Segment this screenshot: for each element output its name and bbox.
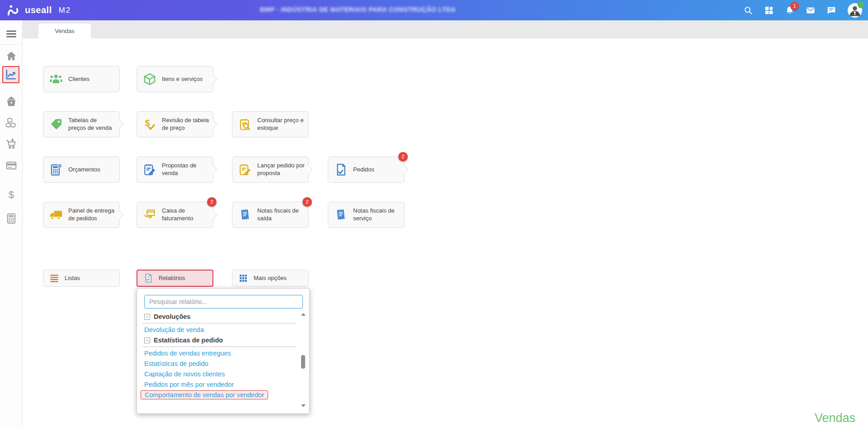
chevron-right-icon: [209, 75, 217, 83]
sidebar-item-menu[interactable]: [5, 28, 17, 40]
report-link-pedidos-de-vendas-entregues[interactable]: Pedidos de vendas entregues: [144, 348, 296, 358]
tab-vendas[interactable]: Vendas: [38, 24, 91, 38]
notification-badge: 1: [790, 2, 799, 10]
module-watermark: Vendas: [815, 411, 855, 425]
count-badge: 2: [207, 197, 217, 207]
count-badge: 2: [398, 152, 408, 161]
tile-notas-fiscais-de-servico[interactable]: Notas fiscais de serviço: [328, 202, 405, 228]
scroll-down-icon[interactable]: [301, 404, 306, 407]
sidebar-item-finance-dollar[interactable]: $: [5, 189, 17, 201]
calculator-blue-icon: %: [49, 163, 63, 176]
sidebar-item-products-cubes[interactable]: [5, 117, 17, 128]
tile-itens-e-servicos[interactable]: Itens e serviços: [137, 66, 213, 92]
report-search-input[interactable]: [144, 295, 303, 308]
avatar: [847, 12, 863, 19]
search-button[interactable]: [743, 5, 753, 15]
tile-label: Consultar preço e estoque: [257, 117, 305, 132]
chevron-right-icon: [209, 120, 217, 128]
collapse-minus-icon[interactable]: −: [144, 337, 150, 343]
tag-green-icon: [49, 118, 63, 131]
report-group-devolucoes[interactable]: −Devoluções: [144, 311, 296, 322]
sales-chart-icon: [5, 69, 17, 81]
tile-label: Mais opções: [254, 275, 287, 282]
sidebar-item-home[interactable]: [5, 50, 17, 62]
search-icon: [743, 5, 753, 15]
tile-tabelas-de-precos-de-venda[interactable]: Tabelas de preços de venda: [43, 111, 120, 138]
report-group-estatisticas-de-pedido[interactable]: −Estatísticas de pedido: [144, 335, 296, 346]
report-link-comportamento-de-vendas-por-vendedor[interactable]: Comportamento de vendas por vendedor: [144, 389, 296, 400]
sidebar-item-fiscal-calculator[interactable]: [5, 213, 17, 224]
group-divider: [142, 346, 296, 347]
sidebar-item-cart[interactable]: [5, 138, 17, 150]
group-label: Estatísticas de pedido: [154, 337, 223, 344]
report-link-captacao-de-novos-clientes[interactable]: Captação de novos clientes: [144, 369, 296, 379]
relatorios-dropdown: −DevoluçõesDevolução de venda−Estatístic…: [137, 288, 310, 414]
brand-logo[interactable]: useall M2: [7, 5, 71, 16]
company-title: BMP - INDÚSTRIA DE MATERIAIS PARA CONSTR…: [260, 6, 456, 13]
sidebar-item-basket[interactable]: [5, 95, 17, 107]
bell-button[interactable]: 1: [785, 5, 795, 15]
chevron-right-icon: [209, 166, 217, 174]
tile-label: Clientes: [68, 76, 90, 83]
tile-clientes[interactable]: Clientes: [43, 66, 120, 92]
report-link-estatisticas-de-pedido[interactable]: Estatísticas de pedido: [144, 358, 296, 369]
sidebar-item-billing-card[interactable]: [5, 160, 17, 171]
tile-label: Listas: [65, 275, 80, 282]
tile-label: Painel de entrega de pedidos: [68, 207, 116, 223]
truck-yellow-icon: [49, 208, 63, 222]
receipt-blue-icon: [334, 208, 348, 222]
tile-consultar-preco-e-estoque[interactable]: Consultar preço e estoque: [232, 111, 309, 138]
doc-check-blue-icon: [334, 163, 348, 176]
tile-lancar-pedido-por-proposta[interactable]: Lançar pedido por proposta: [232, 157, 309, 183]
apps-button[interactable]: [764, 5, 774, 15]
report-link-devolucao-de-venda[interactable]: Devolução de venda: [144, 324, 296, 335]
app-header: useall M2 BMP - INDÚSTRIA DE MATERIAIS P…: [0, 0, 868, 20]
sidebar-divider: [0, 44, 22, 45]
receipt-blue-icon: [238, 208, 252, 222]
tile-listas[interactable]: Listas: [43, 270, 120, 287]
mail-icon: [806, 5, 816, 15]
cube-green-icon: [143, 72, 156, 86]
report-link-pedidos-por-mes-por-vendedor[interactable]: Pedidos por mês por vendedor: [144, 379, 296, 389]
count-badge: 2: [302, 197, 312, 207]
report-slate-icon: [143, 273, 153, 283]
group-label: Devoluções: [154, 313, 190, 320]
tile-label: Orçamentos: [68, 166, 100, 174]
tile-relatorios[interactable]: Relatórios: [137, 270, 213, 287]
dropdown-scrollbar[interactable]: [300, 312, 307, 408]
collapse-minus-icon[interactable]: −: [144, 314, 150, 320]
tile-propostas-de-venda[interactable]: Propostas de venda: [137, 157, 213, 183]
online-status-dot: [858, 1, 864, 8]
tile-pedidos[interactable]: Pedidos2: [328, 157, 405, 183]
lists-orange-icon: [49, 273, 59, 283]
tile-notas-fiscais-de-saida[interactable]: Notas fiscais de saída2: [232, 202, 309, 228]
app-window: useall M2 BMP - INDÚSTRIA DE MATERIAIS P…: [0, 0, 868, 427]
tile-orcamentos[interactable]: %Orçamentos: [43, 157, 120, 183]
scroll-up-icon[interactable]: [301, 313, 306, 316]
tile-caixa-de-faturamento[interactable]: Caixa de faturamento2: [137, 202, 213, 228]
tile-mais-opcoes[interactable]: Mais opções: [232, 270, 309, 287]
scrollbar-thumb[interactable]: [301, 355, 305, 369]
tile-painel-de-entrega-de-pedidos[interactable]: Painel de entrega de pedidos: [43, 202, 120, 228]
mail-button[interactable]: [806, 5, 816, 15]
report-list: −DevoluçõesDevolução de venda−Estatístic…: [144, 311, 296, 400]
sidebar-item-sales-chart-active[interactable]: [2, 66, 19, 83]
main-content: Mais opçõesRelatóriosListasNotas fiscais…: [23, 38, 868, 427]
svg-text:%: %: [58, 164, 61, 167]
module-sidebar: $: [0, 20, 23, 427]
svg-text:$: $: [8, 189, 14, 200]
price-check-yellow-icon: $: [143, 118, 156, 131]
chevron-right-icon: [400, 166, 408, 174]
chat-button[interactable]: [826, 5, 836, 15]
tile-label: Lançar pedido por proposta: [257, 162, 305, 177]
user-avatar[interactable]: [847, 3, 863, 18]
tile-label: Caixa de faturamento: [162, 207, 209, 223]
notepad-pencil-blue-icon: [143, 163, 156, 176]
tile-label: Propostas de venda: [162, 162, 209, 177]
users-green-icon: [49, 72, 63, 86]
tile-label: Notas fiscais de serviço: [353, 207, 401, 223]
notepad-pencil-yellow-icon: [238, 163, 252, 176]
chevron-right-icon: [209, 211, 217, 219]
chevron-right-icon: [304, 166, 312, 174]
tile-revisao-de-tabela-de-preco[interactable]: $Revisão de tabela de preço: [137, 111, 213, 138]
